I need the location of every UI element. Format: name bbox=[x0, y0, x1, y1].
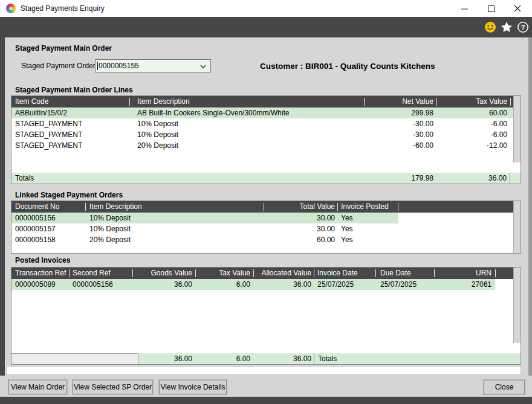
cell-item-description: 10% Deposit bbox=[129, 129, 364, 140]
window-title: Staged Payments Enquiry bbox=[21, 0, 105, 17]
smiley-feedback-icon[interactable] bbox=[484, 21, 496, 33]
view-selected-sp-order-button[interactable]: View Selected SP Order bbox=[73, 380, 153, 394]
column-header[interactable]: Invoice Date bbox=[314, 268, 375, 279]
table-row[interactable]: 0000005157 10% Deposit 30.00 Yes bbox=[11, 223, 521, 234]
table-row[interactable]: 0000005156 10% Deposit 30.00 Yes bbox=[11, 213, 521, 223]
table-row[interactable]: ABBuiltIn/15/0/2 AB Built-In Cookers Sin… bbox=[11, 107, 521, 118]
customer-label: Customer : BIR001 - Quality Counts Kitch… bbox=[260, 62, 435, 71]
cell-tax-value: -12.00 bbox=[436, 140, 510, 151]
totals-goods-value: 36.00 bbox=[138, 353, 195, 364]
maximize-icon bbox=[488, 5, 495, 12]
column-header[interactable]: Allocated Value bbox=[253, 268, 314, 279]
cell-item-description: 10% Deposit bbox=[85, 213, 264, 223]
close-icon bbox=[514, 5, 521, 12]
cell-tax-value: 60.00 bbox=[436, 107, 510, 118]
staged-payments-enquiry-window: Staged Payments Enquiry bbox=[0, 0, 532, 404]
column-header[interactable]: Item Description bbox=[129, 96, 364, 107]
column-header[interactable]: Due Date bbox=[375, 268, 434, 279]
vertical-scrollbar-track[interactable] bbox=[513, 268, 521, 343]
column-header[interactable]: Transaction Ref bbox=[11, 268, 69, 279]
window-right-frame bbox=[528, 37, 532, 376]
footer-button-bar: View Main Order View Selected SP Order V… bbox=[0, 376, 532, 397]
minimize-icon bbox=[461, 5, 468, 12]
cell-invoice-date: 25/07/2025 bbox=[314, 279, 375, 290]
staged-payment-order-combobox[interactable]: 0000005155 bbox=[95, 59, 211, 72]
cell-item-code: ABBuiltIn/15/0/2 bbox=[11, 107, 129, 118]
title-bar: Staged Payments Enquiry bbox=[0, 0, 532, 17]
column-header[interactable]: Document No bbox=[11, 201, 85, 213]
app-logo-icon bbox=[6, 4, 16, 13]
column-header[interactable]: Tax Value bbox=[195, 268, 253, 279]
cell-net-value: 299.98 bbox=[364, 107, 436, 118]
column-header[interactable]: Second Ref bbox=[69, 268, 132, 279]
column-header[interactable]: Net Value bbox=[364, 96, 436, 107]
cell-tax-value: -6.00 bbox=[436, 129, 510, 140]
help-icon[interactable]: ? bbox=[517, 21, 529, 33]
minimize-button[interactable] bbox=[454, 0, 475, 17]
totals-spacer bbox=[129, 173, 364, 184]
favorite-star-icon[interactable] bbox=[501, 21, 513, 33]
cell-item-description: AB Built-In Cookers Single-Oven/300mm/Wh… bbox=[129, 107, 364, 118]
cell-document-no: 0000005157 bbox=[11, 223, 85, 234]
totals-allocated-value: 36.00 bbox=[253, 353, 314, 364]
order-lines-totals-row: Totals 179.98 36.00 bbox=[11, 173, 521, 184]
table-row[interactable]: 0000005158 20% Deposit 60.00 Yes bbox=[11, 234, 521, 245]
window-bottom-frame bbox=[0, 397, 532, 404]
view-invoice-details-button[interactable]: View Invoice Details bbox=[159, 380, 227, 394]
cell-item-description: 20% Deposit bbox=[85, 234, 264, 245]
cell-transaction-ref: 0000005089 bbox=[11, 279, 69, 290]
posted-invoices-totals-row: 36.00 6.00 36.00 Totals bbox=[11, 353, 521, 364]
main-order-section-title: Staged Payment Main Order bbox=[15, 44, 112, 53]
cell-total-value: 30.00 bbox=[264, 213, 337, 223]
close-button[interactable]: Close bbox=[484, 380, 525, 394]
cell-item-code: STAGED_PAYMENT bbox=[11, 140, 129, 151]
svg-text:?: ? bbox=[521, 24, 525, 31]
cell-tax-value: 6.00 bbox=[195, 279, 253, 290]
vertical-scrollbar-track[interactable] bbox=[513, 96, 521, 162]
cell-tax-value: -6.00 bbox=[436, 118, 510, 129]
horizontal-scrollbar-track[interactable] bbox=[6, 366, 521, 375]
vertical-scrollbar-track[interactable] bbox=[513, 201, 521, 253]
cell-net-value: -30.00 bbox=[364, 129, 436, 140]
table-row[interactable]: 0000005089 0000005156 36.00 6.00 36.00 2… bbox=[11, 279, 521, 290]
order-field-label: Staged Payment Order: bbox=[21, 62, 97, 70]
cell-urn: 27061 bbox=[434, 279, 495, 290]
row-highlight-band: 0000005156 10% Deposit 30.00 Yes bbox=[11, 213, 398, 223]
column-header[interactable]: Tax Value bbox=[436, 96, 510, 107]
linked-orders-table: Document No Item Description Total Value… bbox=[11, 200, 521, 254]
cell-allocated-value: 36.00 bbox=[253, 279, 314, 290]
cell-document-no: 0000005158 bbox=[11, 234, 85, 245]
totals-gray-segment bbox=[11, 353, 138, 364]
cell-net-value: -60.00 bbox=[364, 140, 436, 151]
cell-invoice-posted: Yes bbox=[337, 234, 398, 245]
cell-total-value: 60.00 bbox=[264, 234, 337, 245]
combobox-value: 0000005155 bbox=[98, 62, 139, 70]
totals-tax-value: 6.00 bbox=[195, 353, 253, 364]
view-main-order-button[interactable]: View Main Order bbox=[8, 380, 67, 394]
cell-document-no: 0000005156 bbox=[11, 213, 85, 223]
order-lines-section-title: Staged Payment Main Order Lines bbox=[15, 86, 133, 94]
cell-item-code: STAGED_PAYMENT bbox=[11, 129, 129, 140]
cell-goods-value: 36.00 bbox=[132, 279, 195, 290]
table-row[interactable]: STAGED_PAYMENT 10% Deposit -30.00 -6.00 bbox=[11, 129, 521, 140]
column-header[interactable]: Total Value bbox=[264, 201, 337, 213]
column-header[interactable]: Goods Value bbox=[132, 268, 195, 279]
column-header[interactable]: URN bbox=[434, 268, 495, 279]
totals-tax-value: 36.00 bbox=[436, 173, 510, 184]
table-row[interactable]: STAGED_PAYMENT 10% Deposit -30.00 -6.00 bbox=[11, 118, 521, 129]
cell-invoice-posted: Yes bbox=[337, 213, 398, 223]
totals-net-value: 179.98 bbox=[364, 173, 436, 184]
cell-due-date: 25/07/2025 bbox=[375, 279, 434, 290]
maximize-button[interactable] bbox=[481, 0, 501, 17]
chevron-down-icon[interactable] bbox=[198, 62, 208, 71]
column-header[interactable]: Invoice Posted bbox=[337, 201, 398, 213]
column-header[interactable]: Item Description bbox=[85, 201, 264, 213]
close-window-button[interactable] bbox=[507, 0, 528, 17]
order-lines-table: Item Code Item Description Net Value Tax… bbox=[11, 95, 521, 184]
linked-orders-header: Document No Item Description Total Value… bbox=[11, 201, 521, 213]
cell-total-value: 30.00 bbox=[264, 223, 337, 234]
order-lines-header: Item Code Item Description Net Value Tax… bbox=[11, 96, 521, 107]
column-header[interactable]: Item Code bbox=[11, 96, 129, 107]
table-row[interactable]: STAGED_PAYMENT 20% Deposit -60.00 -12.00 bbox=[11, 140, 521, 151]
toolbar: ? bbox=[0, 17, 532, 37]
